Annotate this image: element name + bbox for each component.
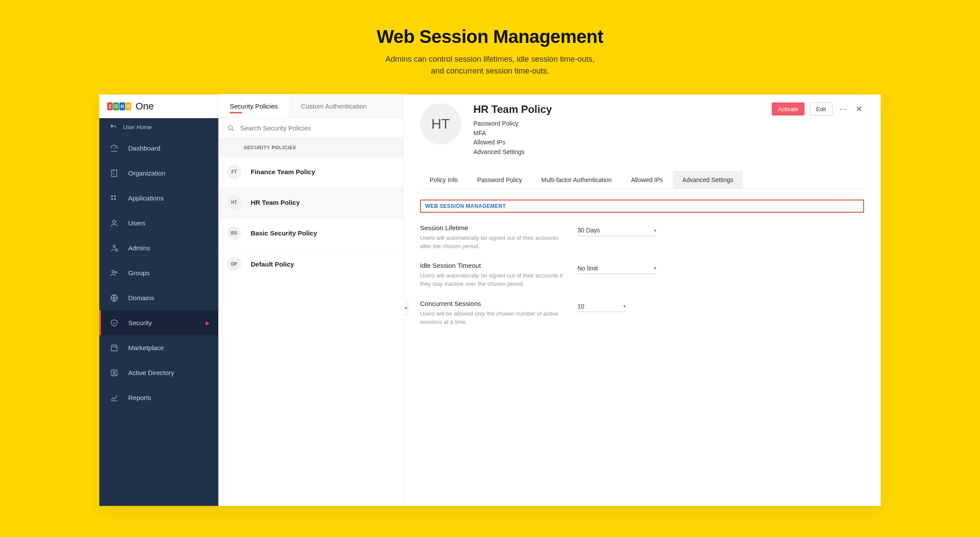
domains-icon	[110, 294, 119, 302]
sidebar-item-label: Domains	[128, 294, 154, 302]
svg-point-12	[115, 271, 117, 273]
ellipsis-icon: ⋯	[839, 104, 847, 114]
svg-point-5	[114, 195, 116, 197]
sidebar-item-label: Dashboard	[128, 144, 160, 152]
search-input[interactable]	[240, 124, 394, 132]
select-value: No limit	[578, 265, 598, 272]
marketplace-icon	[110, 344, 119, 352]
sidebar-item-domains[interactable]: Domains	[99, 285, 218, 310]
hero-banner: Web Session Management Admins can contro…	[0, 0, 980, 95]
logo-suffix: One	[136, 101, 154, 112]
subtab-advanced-settings[interactable]: Advanced Settings	[673, 171, 743, 189]
section-title: WEB SESSION MANAGEMENT	[425, 203, 859, 209]
active-directory-icon	[110, 369, 119, 377]
setting-row-idle-timeout: Idle Session Timeout Users will automati…	[420, 262, 864, 288]
search-icon	[227, 124, 235, 132]
policy-name: Finance Team Policy	[251, 168, 315, 175]
policy-name: HR Team Policy	[251, 199, 300, 206]
policy-avatar: DP	[227, 257, 241, 271]
detail-meta-line: Advanced Settings	[473, 147, 552, 157]
policy-detail-panel: Activate Edit ⋯ ✕ HT HR Team Policy Pass…	[403, 95, 881, 506]
sidebar: ZOHO One User Home Dashboard Organizatio…	[99, 95, 218, 506]
groups-icon	[110, 269, 119, 277]
concurrent-sessions-select[interactable]: 10 ▾	[578, 301, 626, 312]
policy-item-finance[interactable]: FT Finance Team Policy	[218, 157, 403, 187]
tab-security-policies[interactable]: Security Policies	[218, 94, 290, 118]
edit-button[interactable]: Edit	[810, 102, 833, 116]
subtab-mfa[interactable]: Multi-factor Authentication	[532, 171, 621, 189]
zoho-one-logo: ZOHO One	[107, 101, 154, 112]
sidebar-item-label: Admins	[128, 244, 150, 252]
sidebar-item-organization[interactable]: Organization	[99, 161, 218, 186]
detail-subtabs: Policy Info Password Policy Multi-factor…	[420, 171, 864, 189]
policy-name: Basic Security Policy	[251, 229, 317, 237]
chevron-down-icon: ▾	[654, 228, 656, 233]
svg-point-11	[112, 270, 114, 273]
activate-button[interactable]: Activate	[772, 102, 804, 116]
chevron-right-icon: ▶	[206, 320, 210, 326]
sidebar-item-label: Groups	[128, 269, 150, 277]
policy-item-default[interactable]: DP Default Policy	[218, 249, 403, 279]
policy-name: Default Policy	[251, 260, 294, 268]
sidebar-item-groups[interactable]: Groups	[99, 260, 218, 285]
user-home-link[interactable]: User Home	[99, 118, 218, 136]
sidebar-item-label: Marketplace	[128, 344, 164, 351]
svg-point-4	[111, 195, 112, 197]
svg-point-7	[114, 198, 116, 200]
sidebar-item-dashboard[interactable]: Dashboard	[99, 136, 218, 161]
sidebar-item-label: Active Directory	[128, 369, 174, 376]
setting-label: Idle Session Timeout	[420, 262, 564, 269]
svg-line-17	[232, 129, 234, 131]
detail-avatar: HT	[420, 103, 461, 144]
logo-row: ZOHO One	[99, 95, 218, 118]
svg-point-10	[116, 249, 118, 251]
back-arrow-icon	[110, 123, 117, 130]
admins-icon	[110, 244, 119, 253]
setting-label: Concurrent Sessions	[420, 300, 564, 307]
applications-icon	[110, 194, 119, 203]
tab-custom-authentication[interactable]: Custom Authentication	[290, 94, 403, 118]
sidebar-item-marketplace[interactable]: Marketplace	[99, 335, 218, 360]
svg-point-9	[113, 245, 116, 247]
setting-row-concurrent-sessions: Concurrent Sessions Users will be allowe…	[420, 300, 864, 326]
close-icon: ✕	[856, 104, 862, 114]
sidebar-item-active-directory[interactable]: Active Directory	[99, 360, 218, 385]
svg-point-8	[113, 220, 116, 223]
subtab-allowed-ips[interactable]: Allowed IPs	[621, 171, 672, 189]
select-value: 30 Days	[578, 227, 600, 234]
policy-avatar: BS	[227, 226, 241, 240]
policy-item-basic[interactable]: BS Basic Security Policy	[218, 218, 403, 249]
chevron-down-icon: ▾	[654, 266, 656, 270]
mid-tabs: Security Policies Custom Authentication	[218, 95, 403, 118]
dashboard-icon	[110, 144, 119, 153]
detail-meta-line: Password Policy	[473, 119, 552, 129]
sidebar-item-label: Reports	[128, 394, 151, 401]
more-options-button[interactable]: ⋯	[838, 104, 848, 114]
sidebar-item-admins[interactable]: Admins	[99, 235, 218, 260]
users-icon	[110, 219, 119, 228]
reports-icon	[110, 393, 119, 402]
policy-avatar: HT	[227, 196, 241, 210]
subtab-policy-info[interactable]: Policy Info	[420, 171, 468, 189]
sidebar-item-applications[interactable]: Applications	[99, 186, 218, 211]
svg-point-6	[111, 198, 112, 200]
sidebar-item-users[interactable]: Users	[99, 211, 218, 235]
subtab-password-policy[interactable]: Password Policy	[468, 171, 532, 189]
sidebar-item-label: Organization	[128, 169, 165, 177]
search-row	[218, 118, 403, 138]
session-lifetime-select[interactable]: 30 Days ▾	[578, 225, 656, 236]
sidebar-item-label: Users	[128, 219, 145, 227]
setting-label: Session Lifetime	[420, 224, 564, 232]
svg-point-16	[228, 126, 232, 130]
svg-point-15	[113, 371, 115, 373]
svg-rect-0	[112, 170, 117, 176]
sidebar-item-reports[interactable]: Reports	[99, 385, 218, 410]
idle-timeout-select[interactable]: No limit ▾	[578, 263, 656, 274]
policy-item-hr[interactable]: HT HR Team Policy	[218, 187, 403, 218]
close-button[interactable]: ✕	[854, 104, 864, 114]
policy-list-column: Security Policies Custom Authentication …	[218, 95, 403, 506]
policy-avatar: FT	[227, 165, 241, 179]
shield-icon	[110, 319, 119, 327]
section-title-highlight: WEB SESSION MANAGEMENT	[420, 200, 864, 213]
sidebar-item-security[interactable]: Security ▶	[99, 310, 218, 335]
